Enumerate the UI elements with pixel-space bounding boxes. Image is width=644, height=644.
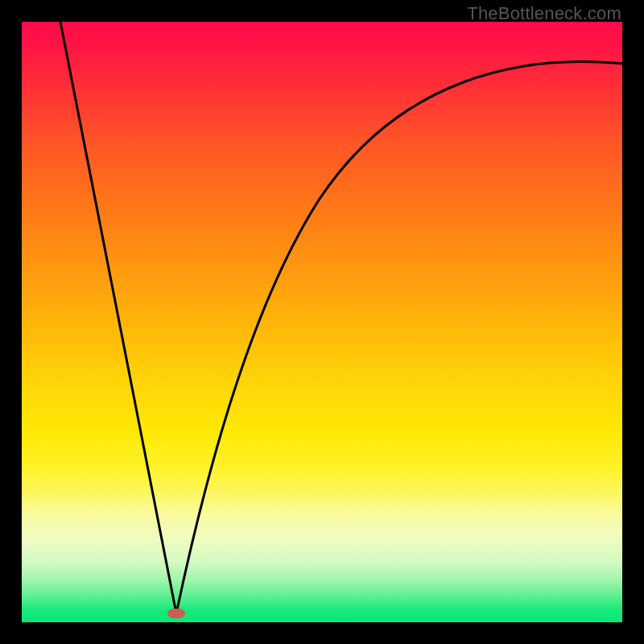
- sweet-spot-marker: [167, 609, 185, 618]
- attribution-label: TheBottleneck.com: [467, 3, 621, 24]
- heat-gradient-background: [22, 22, 622, 622]
- chart-plot-area: [22, 22, 622, 622]
